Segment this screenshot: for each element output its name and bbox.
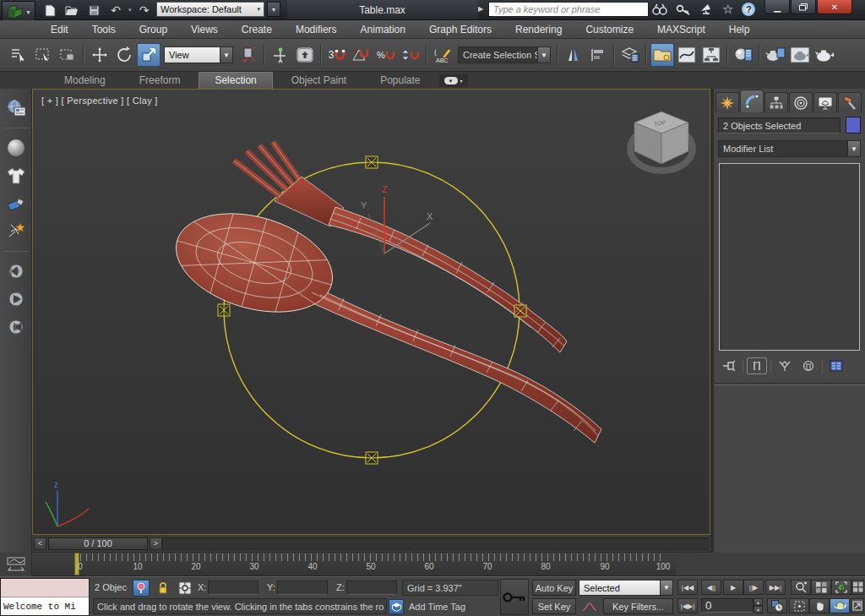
keyboard-shortcut-override-icon[interactable]: [293, 43, 317, 67]
auto-key-button[interactable]: Auto Key: [532, 580, 576, 596]
menu-customize[interactable]: Customize: [574, 21, 645, 38]
track-bar[interactable]: 0 10 20 30 40 50 60 70 80 90 100: [32, 553, 676, 576]
select-and-manipulate-icon[interactable]: [269, 43, 292, 67]
redo-icon[interactable]: ↷: [135, 2, 154, 19]
gear-step-forward-icon[interactable]: [4, 316, 28, 338]
set-keys-button[interactable]: [500, 579, 529, 615]
spinner-down-icon[interactable]: ▼: [753, 606, 763, 613]
pin-stack-icon[interactable]: [719, 357, 739, 374]
material-editor-icon[interactable]: [732, 43, 755, 67]
modifier-stack-list[interactable]: [719, 163, 860, 351]
use-pivot-center-icon[interactable]: [237, 43, 260, 67]
sphere-primitive-icon[interactable]: [4, 137, 28, 159]
mirror-icon[interactable]: [562, 43, 585, 67]
gizmo-handle-bottom[interactable]: [366, 452, 378, 464]
menu-views[interactable]: Views: [179, 21, 230, 38]
viewport-scene[interactable]: Z X Y TOP z: [33, 90, 710, 534]
time-configuration-icon[interactable]: [767, 598, 787, 613]
schematic-view-icon[interactable]: [699, 43, 723, 67]
play-button[interactable]: ▶: [723, 580, 743, 595]
menu-edit[interactable]: Edit: [39, 21, 80, 38]
time-slider-next-button[interactable]: >: [150, 537, 162, 550]
pan-hand-icon[interactable]: [809, 598, 830, 613]
selection-region-mode-icon[interactable]: [789, 598, 809, 613]
layer-manager-icon[interactable]: [618, 43, 642, 67]
select-and-link-icon[interactable]: [7, 43, 30, 67]
listener-output-row[interactable]: Welcome to Mi: [1, 597, 89, 615]
orbit-icon[interactable]: [830, 598, 850, 613]
zoom-extents-selected-icon[interactable]: [831, 580, 851, 595]
search-input[interactable]: Type a keyword or phrase: [488, 2, 649, 17]
goto-start-button[interactable]: |◀◀: [677, 580, 698, 595]
reference-coordinate-combo[interactable]: View ▼: [164, 46, 233, 63]
gizmo-handle-top[interactable]: [366, 156, 378, 168]
workspace-combo[interactable]: Workspace: Default ▾: [156, 2, 264, 17]
menu-tools[interactable]: Tools: [80, 21, 128, 38]
time-slider-handle[interactable]: 0 / 100: [48, 537, 148, 550]
menu-animation[interactable]: Animation: [349, 21, 417, 38]
render-setup-icon[interactable]: [764, 43, 787, 67]
ribbon-tab-populate[interactable]: Populate: [365, 73, 435, 89]
asset-browser-icon[interactable]: [4, 97, 28, 119]
workspace-menu-button[interactable]: ▼: [267, 2, 280, 17]
show-end-result-icon[interactable]: [747, 357, 767, 374]
next-frame-button[interactable]: ||▶: [743, 580, 764, 595]
communication-center-icon[interactable]: [699, 3, 714, 16]
previous-frame-button[interactable]: ◀||: [701, 580, 721, 595]
ribbon-toggle-icon[interactable]: [650, 43, 674, 67]
edit-named-selection-sets-icon[interactable]: {ABC: [431, 43, 454, 67]
remove-modifier-icon[interactable]: [798, 357, 819, 374]
current-frame-input[interactable]: [701, 598, 753, 613]
viewcube[interactable]: TOP: [630, 112, 693, 171]
isolate-selection-toggle[interactable]: [133, 580, 150, 597]
save-file-icon[interactable]: [84, 2, 103, 19]
menu-modifiers[interactable]: Modifiers: [284, 21, 349, 38]
menu-maxscript[interactable]: MAXScript: [645, 21, 717, 38]
tab-modify[interactable]: [740, 90, 764, 112]
gizmo-handle-left[interactable]: [218, 304, 230, 316]
gear-play-icon[interactable]: [4, 288, 28, 310]
make-unique-icon[interactable]: [775, 357, 795, 374]
subscription-key-icon[interactable]: [676, 3, 691, 16]
render-production-icon[interactable]: [813, 43, 836, 67]
rollout-divider[interactable]: [714, 383, 865, 385]
minimize-button[interactable]: ▁: [764, 0, 790, 14]
new-scene-icon[interactable]: [41, 2, 59, 19]
key-filter-combo[interactable]: Selected ▼: [579, 580, 673, 596]
favorites-star-icon[interactable]: ☆: [722, 2, 733, 17]
menu-group[interactable]: Group: [128, 21, 179, 38]
ribbon-tab-modeling[interactable]: Modeling: [49, 73, 121, 89]
brush-tool-icon[interactable]: [4, 193, 28, 215]
time-slider-track[interactable]: [162, 537, 709, 550]
spinner-snap-icon[interactable]: [399, 43, 422, 67]
cloth-shirt-icon[interactable]: [4, 165, 28, 187]
ribbon-tab-selection[interactable]: Selection: [199, 72, 272, 89]
tab-display[interactable]: [813, 92, 837, 112]
gizmo-handle-right[interactable]: [514, 305, 526, 317]
angle-snap-icon[interactable]: [350, 43, 373, 67]
selection-region-icon[interactable]: [31, 43, 55, 67]
z-coord-input[interactable]: [346, 581, 397, 595]
perspective-viewport[interactable]: [ + ] [ Perspective ] [ Clay ]: [32, 89, 710, 535]
modifier-list-combo[interactable]: Modifier List ▼: [718, 140, 861, 157]
menu-rendering[interactable]: Rendering: [503, 21, 574, 38]
select-rotate-icon[interactable]: [112, 43, 136, 67]
percent-snap-icon[interactable]: %: [374, 43, 398, 67]
menu-graph-editors[interactable]: Graph Editors: [417, 21, 503, 38]
absolute-offset-mode-toggle[interactable]: [177, 581, 193, 596]
restore-button[interactable]: [791, 0, 816, 14]
menu-help[interactable]: Help: [717, 21, 762, 38]
undo-icon[interactable]: ↶: [106, 2, 125, 19]
help-icon[interactable]: ?: [742, 3, 755, 16]
goto-end-button[interactable]: ▶▶|: [765, 580, 786, 595]
ribbon-tab-freeform[interactable]: Freeform: [124, 73, 196, 89]
select-object-icon[interactable]: [56, 43, 79, 67]
gear-step-back-icon[interactable]: [4, 260, 28, 282]
maxscript-mini-listener[interactable]: Welcome to Mi: [0, 578, 90, 616]
zoom-mode-icon[interactable]: [791, 580, 811, 595]
tab-motion[interactable]: [789, 92, 813, 112]
select-scale-icon[interactable]: [137, 43, 160, 67]
align-icon[interactable]: [586, 43, 610, 67]
y-coord-input[interactable]: [277, 581, 328, 595]
listener-macro-recorder-row[interactable]: [1, 579, 89, 597]
